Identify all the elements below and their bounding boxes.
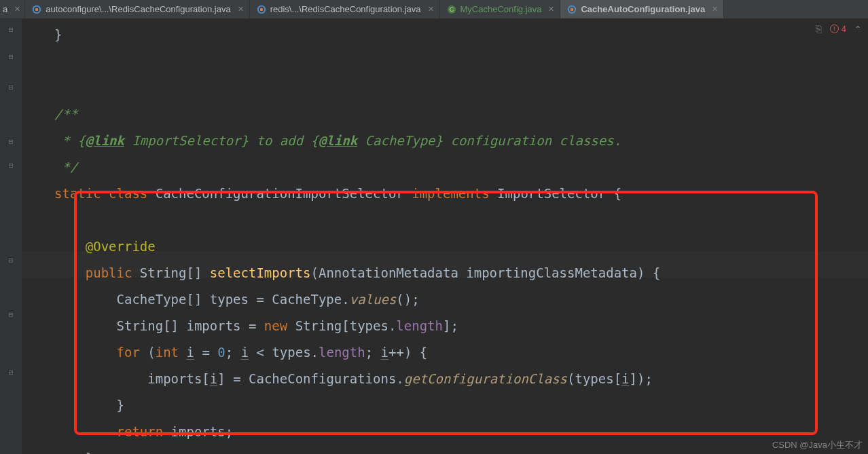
close-icon[interactable]: ✕ — [428, 5, 434, 14]
close-icon[interactable]: ✕ — [548, 5, 554, 14]
class-icon: C — [447, 5, 456, 14]
svg-rect-1 — [35, 8, 38, 11]
fold-icon[interactable]: ⊟ — [7, 368, 15, 377]
fold-icon[interactable]: ⊟ — [7, 53, 15, 61]
fold-icon[interactable]: ⊟ — [7, 138, 15, 146]
fold-icon[interactable]: ⊟ — [7, 26, 15, 34]
svg-rect-3 — [260, 8, 263, 11]
code-content: } /** * {@link ImportSelector} to add {@… — [22, 22, 868, 454]
java-icon — [32, 5, 41, 14]
fold-icon[interactable]: ⊟ — [7, 257, 15, 265]
java-icon — [567, 5, 577, 14]
tab-partial[interactable]: a ✕ — [0, 0, 25, 18]
tab-label: a — [3, 4, 7, 14]
watermark: CSDN @Java小生不才 — [772, 439, 863, 451]
tab-label: redis\...\RedisCacheConfiguration.java — [270, 4, 421, 14]
close-icon[interactable]: ✕ — [712, 5, 718, 14]
tab-label: MyCacheConfig.java — [460, 4, 542, 14]
fold-icon[interactable]: ⊟ — [7, 311, 15, 319]
tab-redis-cache-config-2[interactable]: redis\...\RedisCacheConfiguration.java ✕ — [250, 0, 440, 18]
editor-tabs: a ✕ autoconfigure\...\RedisCacheConfigur… — [0, 0, 868, 19]
tab-cache-auto-config[interactable]: CacheAutoConfiguration.java ✕ — [560, 0, 724, 18]
svg-text:C: C — [449, 6, 454, 13]
tab-redis-cache-config-1[interactable]: autoconfigure\...\RedisCacheConfiguratio… — [25, 0, 249, 18]
tab-my-cache-config[interactable]: C MyCacheConfig.java ✕ — [440, 0, 561, 18]
close-icon[interactable]: ✕ — [238, 5, 244, 14]
fold-icon[interactable]: ⊟ — [7, 162, 15, 170]
close-icon[interactable]: ✕ — [14, 5, 20, 14]
svg-rect-7 — [571, 8, 573, 11]
java-icon — [257, 5, 266, 14]
tab-label: CacheAutoConfiguration.java — [581, 4, 705, 14]
gutter: ⊟ ⊟ ⊟ ⊟ ⊟ ⊟ ⊟ ⊟ — [0, 19, 22, 454]
fold-icon[interactable]: ⊟ — [7, 83, 15, 92]
code-editor[interactable]: } /** * {@link ImportSelector} to add {@… — [22, 19, 868, 454]
tab-label: autoconfigure\...\RedisCacheConfiguratio… — [46, 4, 230, 14]
